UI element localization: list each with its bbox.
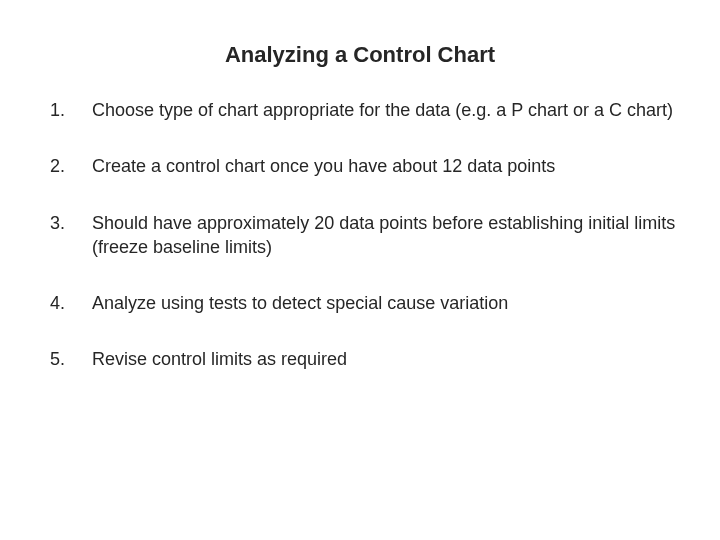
list-item: Choose type of chart appropriate for the… [40,98,680,122]
list-item: Analyze using tests to detect special ca… [40,291,680,315]
ordered-list: Choose type of chart appropriate for the… [40,98,680,372]
list-item-text: Should have approximately 20 data points… [92,211,680,260]
list-item-text: Create a control chart once you have abo… [92,154,555,178]
list-item-text: Revise control limits as required [92,347,347,371]
page-title: Analyzing a Control Chart [40,42,680,68]
list-item: Should have approximately 20 data points… [40,211,680,260]
list-item: Revise control limits as required [40,347,680,371]
list-item: Create a control chart once you have abo… [40,154,680,178]
list-item-text: Choose type of chart appropriate for the… [92,98,673,122]
list-item-text: Analyze using tests to detect special ca… [92,291,508,315]
slide: Analyzing a Control Chart Choose type of… [0,0,720,540]
